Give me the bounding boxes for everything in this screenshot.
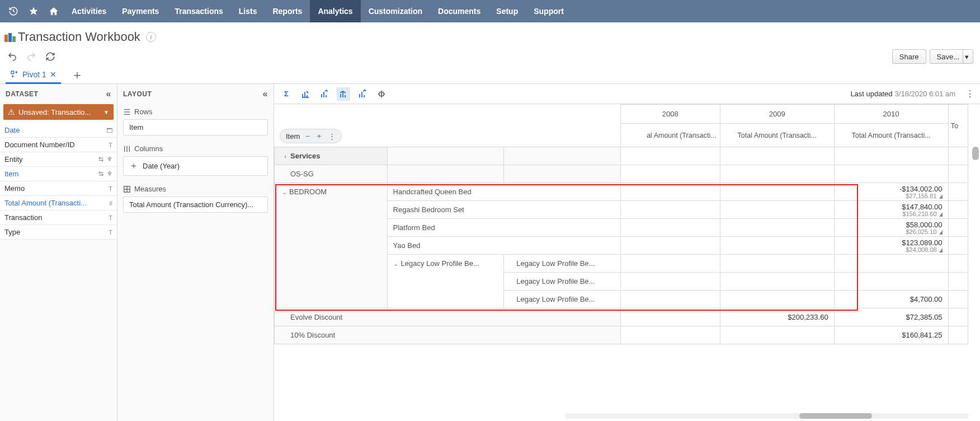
row-bedroom-0[interactable]: ⌄BEDROOM Handcrafted Queen Bed -$134,002… [275,183,981,201]
rows-label: Rows [123,107,268,116]
svg-rect-2 [8,33,12,42]
save-button[interactable]: Save... ▾ [930,49,973,64]
year-2008[interactable]: 2008 [620,105,720,124]
collapse-h-icon[interactable] [375,87,388,101]
redo-button [26,51,37,62]
dataset-panel: DATASET « ⚠ Unsaved: Transactio... ▼ Dat… [0,84,117,421]
layout-header: LAYOUT [123,90,152,98]
year-next[interactable]: To [948,105,968,147]
columns-label: Columns [123,144,268,153]
star-icon[interactable] [23,1,44,21]
history-icon[interactable] [3,1,23,21]
minus-icon[interactable]: − [305,132,310,141]
tab-close-icon[interactable]: ✕ [50,70,56,79]
vscroll-thumb[interactable] [972,147,979,160]
year-2010[interactable]: 2010 [834,105,948,124]
pivot-grid: 2008 2009 2010 To al Amount (Transacti..… [274,104,980,344]
nav-payments[interactable]: Payments [114,0,167,22]
tabs-row: Pivot 1 ✕ ＋ [0,65,980,84]
dataset-header: DATASET [6,90,38,98]
save-caret-icon[interactable]: ▾ [963,50,970,63]
plus-icon: ＋ [129,160,138,172]
columns-chip-date[interactable]: ＋Date (Year) [123,156,268,176]
dataset-selector[interactable]: ⚠ Unsaved: Transactio... ▼ [3,104,114,120]
tab-label: Pivot 1 [22,70,46,79]
row-services[interactable]: ›Services [275,147,981,165]
dataset-name: Unsaved: Transactio... [18,108,103,116]
share-button[interactable]: Share [892,49,926,64]
rows-chip-item[interactable]: Item [123,119,268,135]
nav-analytics[interactable]: Analytics [310,0,360,22]
top-nav: Activities Payments Transactions Lists R… [0,0,980,22]
swap-icon: ⇆ [98,170,103,177]
item-kebab-icon[interactable]: ⋮ [328,132,336,141]
svg-rect-1 [4,35,8,42]
svg-rect-3 [12,36,16,42]
hash-icon: # [109,200,112,207]
nav-customization[interactable]: Customization [361,0,430,22]
year-2009[interactable]: 2009 [720,105,834,124]
chart-up-icon[interactable] [318,87,331,101]
text-icon: T [109,142,112,148]
hscroll-thumb[interactable] [799,413,872,419]
action-row: Share Save... ▾ [0,48,980,65]
rows-icon [123,108,131,116]
tab-add-button[interactable]: ＋ [69,67,86,83]
field-item[interactable]: Item⇆♆ [0,167,117,181]
text-icon: T [109,229,112,236]
nav-setup[interactable]: Setup [488,0,526,22]
svg-marker-0 [30,7,38,15]
content-area: Σ Last updated 3/18/2020 6:01 am ⋮ Item … [274,84,980,421]
nav-transactions[interactable]: Transactions [167,0,230,22]
nav-activities[interactable]: Activities [64,0,114,22]
measures-label: Measures [123,185,268,193]
info-icon[interactable]: i [146,32,156,42]
refresh-button[interactable] [45,51,56,62]
chart-trend-icon[interactable] [337,87,350,101]
text-icon: T [109,185,112,192]
field-date[interactable]: Date🗔 [0,123,117,138]
title-bar: Transaction Workbook i [0,22,980,48]
tree-icon: ♆ [107,170,112,177]
field-total-amount[interactable]: Total Amount (Transacti...# [0,196,117,210]
undo-button[interactable] [7,51,18,62]
updated-timestamp: 3/18/2020 6:01 am [895,90,955,98]
pivot-icon [10,70,19,79]
layout-collapse-icon[interactable]: « [263,89,268,99]
col-total-2008: al Amount (Transacti... [620,124,720,147]
field-memo[interactable]: MemoT [0,181,117,196]
chart-arrow-icon[interactable] [356,87,369,101]
row-evolve[interactable]: Evolve Discount $200,233.60 $72,385.05 [275,308,981,326]
edit-chart-icon[interactable] [299,87,312,101]
sigma-icon[interactable]: Σ [280,87,293,101]
col-total-2010: Total Amount (Transacti... [834,124,948,147]
item-header-pill[interactable]: Item − ＋ ⋮ [280,129,342,143]
columns-icon [123,145,131,153]
row-ossg[interactable]: OS-SG [275,165,981,183]
field-list: Date🗔 Document Number/IDT Entity⇆♆ Item⇆… [0,123,117,240]
tab-pivot-1[interactable]: Pivot 1 ✕ [6,66,61,83]
field-docnum[interactable]: Document Number/IDT [0,138,117,152]
nav-documents[interactable]: Documents [430,0,488,22]
measures-icon [123,185,131,193]
nav-reports[interactable]: Reports [265,0,310,22]
plus-icon[interactable]: ＋ [315,131,323,141]
row-ten[interactable]: 10% Discount $160,841.25 [275,326,981,344]
field-transaction[interactable]: TransactionT [0,210,117,225]
field-type[interactable]: TypeT [0,225,117,240]
field-entity[interactable]: Entity⇆♆ [0,152,117,167]
toolbar-kebab-icon[interactable]: ⋮ [965,88,974,99]
calendar-icon: 🗔 [106,127,112,134]
layout-panel: LAYOUT « Rows Item Columns ＋Date (Year) … [117,84,274,421]
tree-icon: ♆ [107,156,112,163]
hscroll-track[interactable] [565,413,969,419]
nav-lists[interactable]: Lists [231,0,265,22]
page-title: Transaction Workbook [18,30,140,44]
measures-chip-total[interactable]: Total Amount (Transaction Currency)... [123,197,268,213]
nav-support[interactable]: Support [526,0,572,22]
dataset-caret-icon: ▼ [103,109,109,115]
swap-icon: ⇆ [98,156,103,163]
home-icon[interactable] [44,1,64,21]
dataset-collapse-icon[interactable]: « [106,89,111,99]
workbook-icon [4,32,16,42]
